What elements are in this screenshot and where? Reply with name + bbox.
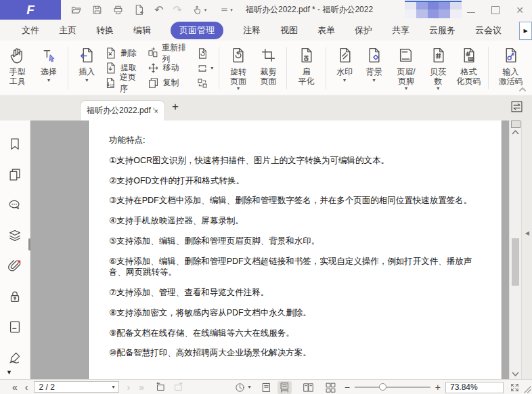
insert-page-icon bbox=[79, 46, 95, 64]
fullscreen-button[interactable] bbox=[510, 382, 520, 393]
insert-page-icon[interactable] bbox=[133, 4, 145, 16]
print-icon[interactable] bbox=[112, 4, 124, 16]
open-file-icon[interactable] bbox=[70, 4, 82, 16]
delete-pages-button[interactable]: 删除 bbox=[104, 46, 142, 60]
previous-view-button[interactable] bbox=[155, 381, 167, 393]
minimize-button[interactable] bbox=[467, 12, 475, 13]
zoom-out-button[interactable]: − bbox=[345, 382, 350, 392]
replace-pages-button[interactable] bbox=[196, 46, 213, 60]
document-tab[interactable]: 福昕办公2022.pdf * × bbox=[80, 100, 165, 121]
tab-comment[interactable]: 注释 bbox=[243, 24, 261, 37]
tab-scroll-right-button[interactable]: ▶ bbox=[519, 22, 532, 40]
tab-form[interactable]: 表单 bbox=[317, 24, 335, 37]
header-footer-button[interactable]: 页眉/ 页脚▾ bbox=[389, 43, 423, 93]
crop-pages-button[interactable]: 裁剪 页面 bbox=[254, 43, 284, 93]
single-page-view-button[interactable] bbox=[259, 381, 273, 394]
vertical-scrollbar[interactable] bbox=[509, 121, 521, 379]
replace-icon bbox=[196, 47, 208, 60]
background-caret: ▾ bbox=[373, 78, 376, 83]
move-pages-button[interactable]: 移动 bbox=[147, 61, 193, 75]
tab-cloud-service[interactable]: 云服务 bbox=[429, 24, 456, 37]
collapse-ribbon-button[interactable] bbox=[518, 86, 527, 92]
insert-page-button[interactable]: 插入 ▾ bbox=[72, 43, 102, 93]
pages-panel-icon[interactable] bbox=[7, 167, 22, 182]
duplicate-pages-button[interactable]: 复制 bbox=[147, 76, 193, 90]
tab-page-management[interactable]: 页面管理 bbox=[171, 22, 223, 39]
tab-view[interactable]: 视图 bbox=[280, 24, 298, 37]
tab-scroll-right-icon: ▶ bbox=[523, 28, 527, 34]
fields-panel-icon[interactable] bbox=[7, 320, 22, 334]
layers-panel-icon[interactable] bbox=[7, 228, 22, 243]
background-button[interactable]: 背景 ▾ bbox=[359, 43, 389, 93]
close-window-button[interactable]: ✕ bbox=[516, 5, 524, 15]
doc-paragraph: ⑥支持添加、编辑、删除和管理PDF文档超链接和书签，实现自定义操作，例如打开文件… bbox=[109, 256, 484, 279]
next-page-button[interactable]: › bbox=[127, 382, 130, 392]
facing-view-button[interactable] bbox=[301, 381, 315, 394]
tab-cloud-meeting[interactable]: 云会议 bbox=[475, 24, 502, 37]
tab-file[interactable]: 文件 bbox=[22, 24, 39, 37]
scroll-down-icon[interactable] bbox=[512, 372, 519, 377]
header-footer-icon bbox=[397, 46, 414, 64]
rotate-pages-button[interactable]: 旋转 页面▾ bbox=[223, 43, 253, 93]
last-page-button[interactable]: » bbox=[139, 382, 144, 392]
flatten-button[interactable]: 扁 平化 bbox=[290, 43, 322, 93]
page-number-input[interactable]: 2 / 2 ▾ bbox=[34, 381, 119, 393]
tab-home[interactable]: 主页 bbox=[59, 24, 76, 37]
touch-mode-button[interactable]: ▾ bbox=[192, 4, 207, 16]
tab-edit[interactable]: 编辑 bbox=[133, 24, 151, 37]
zoom-in-button[interactable]: + bbox=[435, 382, 441, 392]
maximize-button[interactable] bbox=[491, 6, 500, 14]
new-tab-button[interactable]: + bbox=[172, 100, 179, 114]
tab-share[interactable]: 共享 bbox=[392, 24, 409, 37]
group-separator bbox=[326, 47, 326, 89]
expand-right-panel-icon[interactable]: ◀ bbox=[525, 230, 529, 236]
first-page-button[interactable]: « bbox=[12, 382, 18, 392]
select-tool-button[interactable]: 选择 ▾ bbox=[33, 43, 64, 93]
watermark-caret: ▾ bbox=[343, 78, 346, 83]
toggle-right-panel-button[interactable] bbox=[510, 100, 524, 114]
status-bar: « ‹ 2 / 2 ▾ › » ▾ − + 73.84% bbox=[0, 379, 532, 394]
hand-tool-button[interactable]: 手型 工具 bbox=[1, 43, 33, 93]
continuous-view-button[interactable] bbox=[278, 381, 292, 394]
scroll-up-icon[interactable] bbox=[512, 129, 519, 135]
swap-icon bbox=[196, 77, 208, 89]
prev-page-button[interactable]: ‹ bbox=[25, 382, 28, 392]
watermark-button[interactable]: 水印 ▾ bbox=[330, 43, 359, 93]
split-document-button[interactable]: ▾ bbox=[196, 61, 213, 75]
comments-panel-icon[interactable] bbox=[7, 198, 22, 213]
signatures-panel-icon[interactable] bbox=[7, 350, 22, 365]
swap-arrows-icon bbox=[510, 100, 524, 114]
attachments-panel-icon[interactable] bbox=[7, 259, 22, 273]
sidebar-more-icon[interactable]: ▼ bbox=[6, 369, 12, 376]
scrollbar-top-box bbox=[511, 121, 520, 128]
swap-pages-button[interactable] bbox=[196, 76, 213, 90]
zoom-percent-input[interactable]: 73.84% bbox=[445, 382, 504, 393]
next-view-button[interactable] bbox=[173, 381, 184, 393]
doc-paragraph: ⑦支持添加、管理、查看和导览文件注释。 bbox=[109, 287, 484, 299]
zoom-slider[interactable] bbox=[355, 387, 430, 388]
rearrange-pages-button[interactable]: 重新排列 bbox=[147, 46, 193, 60]
format-page-number-button[interactable]: 格式 化页码 bbox=[453, 43, 485, 93]
tab-convert[interactable]: 转换 bbox=[96, 24, 114, 37]
censored-account-info bbox=[405, 1, 462, 18]
tab-protect[interactable]: 保护 bbox=[355, 24, 372, 37]
undo-icon[interactable]: ↶ bbox=[154, 5, 163, 16]
customize-quick-access-button[interactable]: ▾ bbox=[220, 5, 233, 14]
scrollbar-thumb[interactable] bbox=[512, 238, 519, 286]
security-panel-icon[interactable] bbox=[7, 289, 22, 304]
zoom-percent-value: 73.84% bbox=[450, 382, 478, 392]
reverse-page-order-button[interactable]: 12 逆页序 bbox=[104, 76, 142, 90]
sidebar-resize-handle[interactable] bbox=[28, 238, 30, 250]
doc-paragraph: ③支持在PDF文档中添加、编辑、删除和管理数字签名，并在多个页面的相同位置快速放… bbox=[109, 195, 484, 206]
move-icon bbox=[147, 62, 160, 74]
bates-number-button[interactable]: 贝茨 数▾ bbox=[423, 43, 453, 93]
save-icon[interactable] bbox=[91, 4, 103, 16]
clock-icon bbox=[234, 382, 246, 393]
bookmarks-panel-icon[interactable] bbox=[7, 137, 22, 152]
window-resize-grip[interactable] bbox=[523, 385, 531, 393]
close-tab-icon[interactable]: × bbox=[154, 107, 158, 115]
zoom-slider-handle[interactable] bbox=[379, 383, 386, 391]
doc-paragraph: ⑧支持添加密文，将敏感内容从PDF文档中永久删除。 bbox=[109, 307, 484, 319]
continuous-facing-view-button[interactable] bbox=[324, 381, 338, 394]
clock-view-button[interactable]: ▾ bbox=[234, 382, 251, 393]
